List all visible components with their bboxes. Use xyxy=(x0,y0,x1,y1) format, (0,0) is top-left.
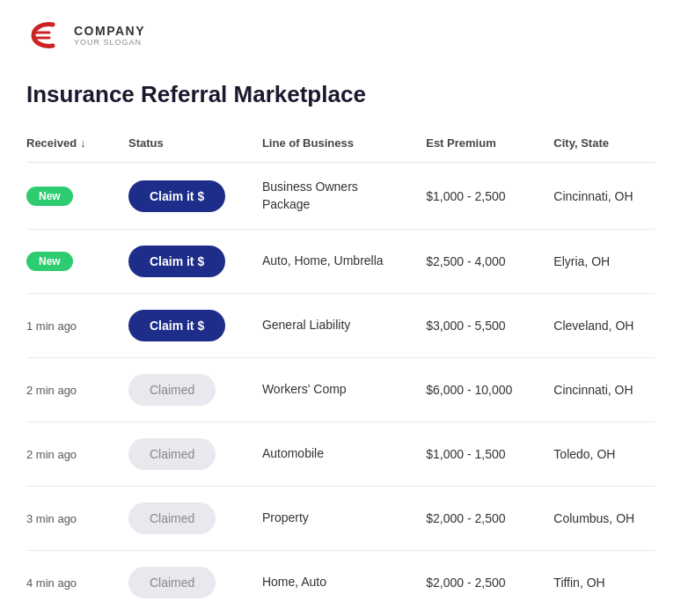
table-row: 4 min agoClaimedHome, Auto$2,000 - 2,500… xyxy=(26,551,655,615)
cell-received: New xyxy=(26,230,120,294)
cell-received: 2 min ago xyxy=(26,422,120,487)
cell-premium: $3,000 - 5,500 xyxy=(417,294,545,358)
badge-new: New xyxy=(26,187,73,206)
col-header-city: City, State xyxy=(545,129,655,163)
table-row: 3 min agoClaimedProperty$2,000 - 2,500Co… xyxy=(26,487,655,551)
col-header-premium: Est Premium xyxy=(417,129,545,163)
table-row: 2 min agoClaimedAutomobile$1,000 - 1,500… xyxy=(26,422,655,487)
logo: COMPANY YOUR SLOGAN xyxy=(26,16,145,55)
cell-premium: $2,000 - 2,500 xyxy=(417,551,545,615)
claim-button[interactable]: Claim it $ xyxy=(128,310,225,341)
cell-premium: $2,500 - 4,000 xyxy=(417,230,545,294)
cell-status: Claimed xyxy=(120,487,253,551)
logo-icon xyxy=(26,16,65,55)
cell-lob: Auto, Home, Umbrella xyxy=(253,230,417,294)
cell-city: Cincinnati, OH xyxy=(545,163,655,230)
cell-status: Claim it $ xyxy=(120,294,253,358)
main-content: Insurance Referral Marketplace Received … xyxy=(0,63,681,616)
referral-table: Received ↓ Status Line of Business Est P… xyxy=(26,129,655,614)
badge-new: New xyxy=(26,252,73,271)
table-row: NewClaim it $Auto, Home, Umbrella$2,500 … xyxy=(26,230,655,294)
claim-button[interactable]: Claim it $ xyxy=(128,180,225,212)
cell-city: Columbus, OH xyxy=(545,487,655,551)
cell-lob: Automobile xyxy=(253,422,417,487)
claimed-button: Claimed xyxy=(128,502,216,534)
cell-received: New xyxy=(26,163,120,230)
cell-received: 4 min ago xyxy=(26,551,120,615)
cell-lob: Workers' Comp xyxy=(253,358,417,422)
cell-city: Cincinnati, OH xyxy=(545,358,655,422)
cell-lob: General Liability xyxy=(253,294,417,358)
company-name: COMPANY xyxy=(74,24,145,38)
cell-received: 1 min ago xyxy=(26,294,120,358)
cell-premium: $1,000 - 1,500 xyxy=(417,422,545,487)
cell-lob: Property xyxy=(253,487,417,551)
cell-status: Claimed xyxy=(120,422,253,487)
col-header-lob: Line of Business xyxy=(253,129,417,163)
cell-city: Tiffin, OH xyxy=(545,551,655,615)
header: COMPANY YOUR SLOGAN xyxy=(0,0,681,63)
cell-received: 2 min ago xyxy=(26,358,120,422)
table-row: 2 min agoClaimedWorkers' Comp$6,000 - 10… xyxy=(26,358,655,422)
table-row: 1 min agoClaim it $General Liability$3,0… xyxy=(26,294,655,358)
claim-button[interactable]: Claim it $ xyxy=(128,246,225,277)
logo-text: COMPANY YOUR SLOGAN xyxy=(74,24,145,47)
cell-premium: $2,000 - 2,500 xyxy=(417,487,545,551)
cell-premium: $6,000 - 10,000 xyxy=(417,358,545,422)
col-header-received: Received ↓ xyxy=(26,129,120,163)
cell-city: Elyria, OH xyxy=(545,230,655,294)
col-header-status: Status xyxy=(120,129,253,163)
cell-city: Toledo, OH xyxy=(545,422,655,487)
cell-received: 3 min ago xyxy=(26,487,120,551)
cell-city: Cleveland, OH xyxy=(545,294,655,358)
page-title: Insurance Referral Marketplace xyxy=(26,81,655,108)
cell-lob: Business Owners Package xyxy=(253,163,417,230)
table-body: NewClaim it $Business Owners Package$1,0… xyxy=(26,163,655,615)
cell-status: Claim it $ xyxy=(120,230,253,294)
table-row: NewClaim it $Business Owners Package$1,0… xyxy=(26,163,655,230)
cell-status: Claim it $ xyxy=(120,163,253,230)
sort-icon: ↓ xyxy=(80,136,86,150)
claimed-button: Claimed xyxy=(128,438,216,470)
claimed-button: Claimed xyxy=(128,567,216,598)
claimed-button: Claimed xyxy=(128,374,216,406)
table-header-row: Received ↓ Status Line of Business Est P… xyxy=(26,129,655,163)
cell-status: Claimed xyxy=(120,358,253,422)
company-slogan: YOUR SLOGAN xyxy=(74,38,145,47)
cell-premium: $1,000 - 2,500 xyxy=(417,163,545,230)
cell-status: Claimed xyxy=(120,551,253,615)
cell-lob: Home, Auto xyxy=(253,551,417,615)
